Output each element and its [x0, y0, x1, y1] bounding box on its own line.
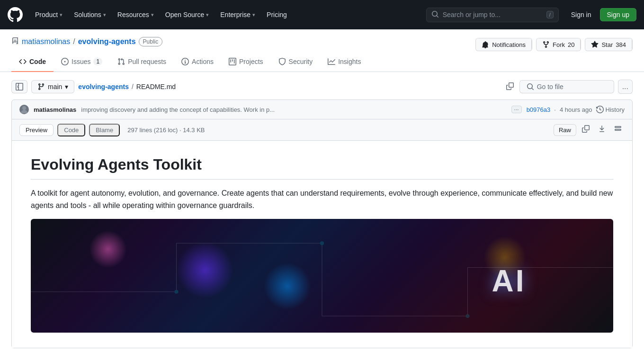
file-toolbar: main ▾ evolving-agents / README.md Go to… — [11, 80, 633, 94]
notifications-group: Notifications — [475, 38, 532, 51]
navbar: Product ▾ Solutions ▾ Resources ▾ Open S… — [0, 0, 644, 29]
tab-insights[interactable]: Insights — [320, 52, 368, 72]
copy-raw-button[interactable] — [579, 123, 592, 136]
github-logo[interactable] — [8, 7, 23, 22]
file-breadcrumb: evolving-agents / README.md — [78, 83, 500, 90]
breadcrumb-sep: / — [132, 83, 134, 90]
fork-group: Fork 20 — [536, 38, 581, 51]
toc-button[interactable] — [611, 123, 625, 136]
star-count: 384 — [616, 41, 626, 48]
nav-open-source[interactable]: Open Source ▾ — [161, 8, 214, 21]
history-button[interactable]: History — [596, 106, 625, 113]
navbar-actions: Sign in Sign up — [566, 8, 636, 21]
svg-point-8 — [174, 290, 178, 294]
tab-code[interactable]: Code — [11, 52, 54, 72]
download-button[interactable] — [595, 123, 608, 136]
branch-chevron-icon: ▾ — [65, 83, 68, 90]
breadcrumb-separator: / — [73, 37, 75, 46]
repo-tabs: Code Issues 1 Pull requests Actions — [11, 52, 633, 72]
readme-image: AI — [31, 219, 613, 333]
search-shortcut: / — [546, 11, 554, 18]
search-icon — [431, 10, 439, 19]
star-group: Star 384 — [585, 38, 633, 51]
repo-name-link[interactable]: evolving-agents — [78, 37, 136, 46]
nav-enterprise[interactable]: Enterprise ▾ — [215, 8, 260, 21]
readme-description: A toolkit for agent autonomy, evolution,… — [31, 187, 613, 211]
commit-separator: · — [554, 106, 556, 113]
chevron-down-icon: ▾ — [60, 12, 63, 18]
tab-issues[interactable]: Issues 1 — [54, 52, 110, 72]
more-options-button[interactable]: ... — [618, 80, 633, 94]
svg-point-0 — [22, 106, 26, 110]
history-label: History — [606, 106, 625, 113]
commit-hash[interactable]: b0976a3 — [527, 106, 551, 113]
tab-projects[interactable]: Projects — [221, 52, 271, 72]
readme-title: Evolving Agents Toolkit — [31, 156, 613, 180]
tab-pull-requests[interactable]: Pull requests — [110, 52, 174, 72]
nav-links: Product ▾ Solutions ▾ Resources ▾ Open S… — [30, 8, 419, 21]
chevron-down-icon: ▾ — [206, 12, 209, 18]
commit-meta: b0976a3 · 4 hours ago History — [527, 106, 625, 113]
tab-pr-label: Pull requests — [128, 58, 166, 65]
search-bar[interactable]: Search or jump to... / — [426, 8, 559, 22]
branch-selector[interactable]: main ▾ — [31, 80, 74, 93]
signin-button[interactable]: Sign in — [566, 9, 596, 21]
goto-file-label: Go to file — [537, 83, 564, 90]
tab-projects-label: Projects — [239, 58, 263, 65]
file-view: Preview Code Blame 297 lines (216 loc) ·… — [11, 119, 633, 348]
commit-row: matiasmolinas improving discovery and ad… — [11, 100, 633, 119]
sidebar-toggle-button[interactable] — [11, 80, 27, 93]
commit-time: 4 hours ago — [560, 106, 592, 113]
search-placeholder: Search or jump to... — [443, 11, 543, 18]
commit-author-avatar — [19, 105, 29, 114]
nav-resources[interactable]: Resources ▾ — [113, 8, 159, 21]
tab-security[interactable]: Security — [271, 52, 321, 72]
breadcrumb-file: README.md — [136, 83, 176, 90]
tab-blame[interactable]: Blame — [89, 124, 120, 136]
fork-button[interactable]: Fork 20 — [537, 38, 581, 51]
repo-owner-link[interactable]: matiasmolinas — [22, 37, 70, 46]
notifications-button[interactable]: Notifications — [476, 38, 532, 51]
commit-author-name[interactable]: matiasmolinas — [34, 106, 76, 113]
chevron-down-icon: ▾ — [252, 12, 255, 18]
repo-visibility-badge: Public — [139, 37, 163, 46]
file-view-header: Preview Code Blame 297 lines (216 loc) ·… — [12, 119, 632, 141]
raw-button[interactable]: Raw — [554, 124, 576, 136]
notifications-label: Notifications — [492, 41, 526, 48]
signup-button[interactable]: Sign up — [600, 8, 636, 21]
tab-code-label: Code — [29, 58, 46, 65]
tab-issues-label: Issues — [72, 58, 90, 65]
chevron-down-icon: ▾ — [151, 12, 154, 18]
star-label: Star — [601, 41, 613, 48]
repo-actions: Notifications Fork 20 Star — [475, 38, 633, 51]
commit-message: improving discovery and adding the conce… — [81, 106, 506, 113]
file-meta: 297 lines (216 loc) · 14.3 KB — [127, 127, 205, 134]
svg-point-10 — [465, 314, 469, 318]
breadcrumb-repo-link[interactable]: evolving-agents — [78, 83, 129, 90]
tab-file-code[interactable]: Code — [57, 124, 85, 136]
copy-path-button[interactable] — [504, 81, 516, 93]
breadcrumb: matiasmolinas / evolving-agents Public — [11, 37, 162, 46]
tab-actions[interactable]: Actions — [174, 52, 221, 72]
repo-header: matiasmolinas / evolving-agents Public N… — [0, 29, 644, 72]
repo-icon — [11, 37, 19, 46]
star-button[interactable]: Star 384 — [585, 38, 632, 51]
chevron-down-icon: ▾ — [103, 12, 106, 18]
branch-name: main — [48, 83, 62, 90]
nav-solutions[interactable]: Solutions ▾ — [69, 8, 111, 21]
fork-count: 20 — [568, 41, 574, 48]
tab-security-label: Security — [289, 58, 313, 65]
repo-header-top: matiasmolinas / evolving-agents Public N… — [11, 37, 633, 52]
readme-content: Evolving Agents Toolkit A toolkit for ag… — [12, 141, 632, 348]
fork-label: Fork — [553, 41, 565, 48]
tab-insights-label: Insights — [338, 58, 361, 65]
file-browser: main ▾ evolving-agents / README.md Go to… — [0, 72, 644, 356]
commit-message-expand[interactable]: ··· — [511, 106, 522, 113]
goto-file-button[interactable]: Go to file — [519, 80, 614, 93]
nav-product[interactable]: Product ▾ — [30, 8, 67, 21]
ai-text-overlay: AI — [492, 263, 526, 299]
nav-pricing[interactable]: Pricing — [262, 8, 292, 21]
file-actions: Raw — [554, 123, 625, 136]
tab-preview[interactable]: Preview — [19, 124, 54, 136]
tab-actions-label: Actions — [192, 58, 214, 65]
